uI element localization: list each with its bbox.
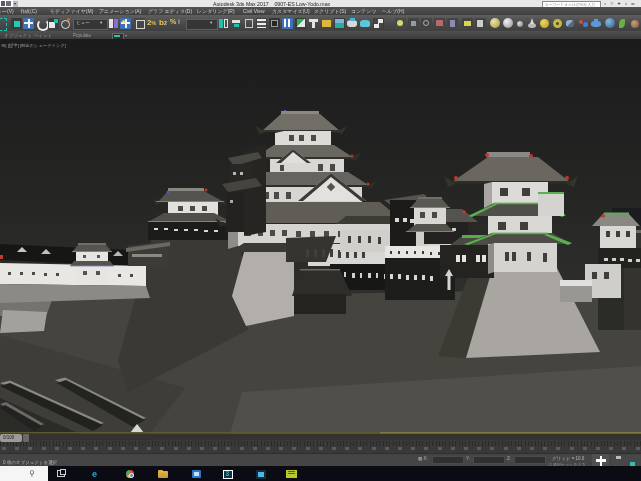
svg-text:視] [標準] [既定のシェーディング]: 視] [標準] [既定のシェーディング] [1,43,66,48]
